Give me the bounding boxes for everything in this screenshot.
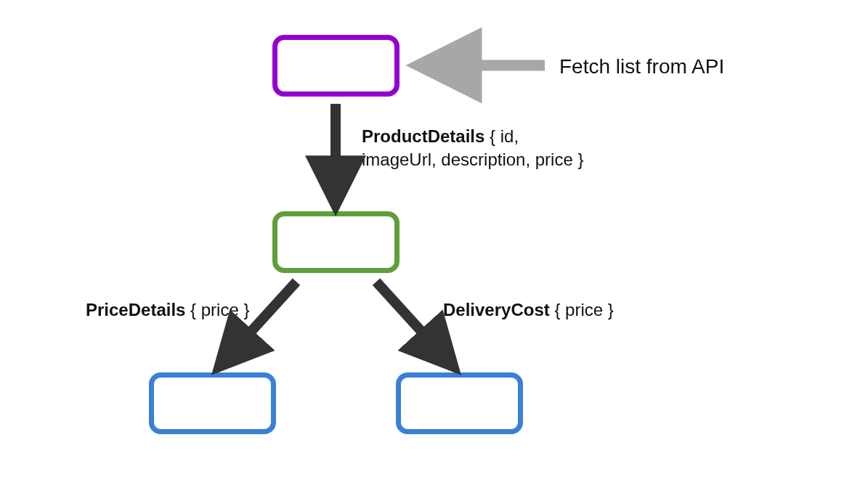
label-delivery-rest: { price } bbox=[550, 300, 614, 319]
label-delivery-cost: DeliveryCost { price } bbox=[443, 298, 614, 322]
node-root bbox=[272, 35, 399, 97]
annotation-fetch-text: Fetch list from API bbox=[559, 55, 724, 78]
label-product-details: ProductDetails { id, imageUrl, descripti… bbox=[362, 125, 594, 172]
label-product-bold: ProductDetails bbox=[362, 126, 484, 146]
annotation-fetch: Fetch list from API bbox=[559, 55, 724, 78]
label-price-details: PriceDetails { price } bbox=[86, 298, 249, 322]
label-price-bold: PriceDetails bbox=[86, 300, 185, 319]
node-blue-right bbox=[396, 372, 523, 434]
arrow-diag-right bbox=[376, 282, 449, 362]
label-price-rest: { price } bbox=[185, 300, 249, 319]
node-blue-left bbox=[149, 372, 276, 434]
node-green bbox=[272, 211, 399, 273]
label-delivery-bold: DeliveryCost bbox=[443, 300, 550, 319]
